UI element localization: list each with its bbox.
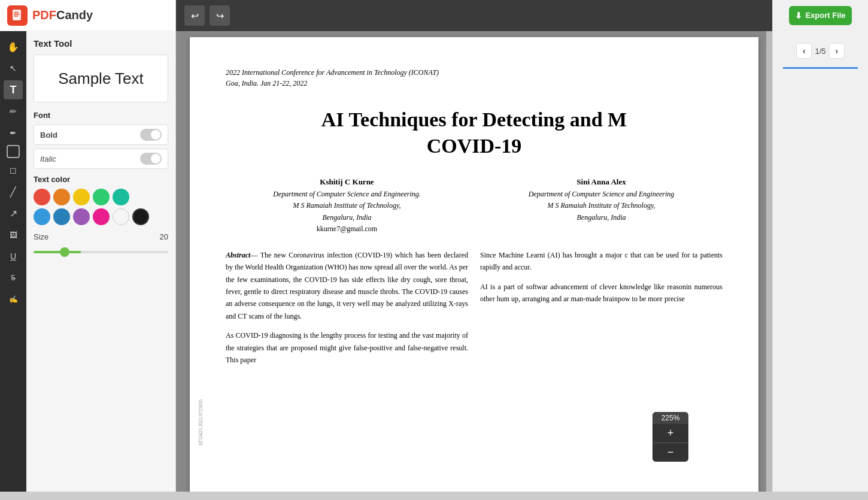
- author-1-name: Kshitij C Kurne: [226, 176, 468, 189]
- pdf-header: 2022 International Conference for Advanc…: [226, 67, 723, 89]
- undo-button[interactable]: ↩: [184, 5, 205, 26]
- top-bar: ↩ ↪: [176, 0, 772, 31]
- top-section: PDFCandy ↩ ↪ ⬇ Export File: [0, 0, 868, 31]
- side-panel: Text Tool Sample Text Font Bold Italic: [26, 31, 176, 492]
- font-section-title: Font: [34, 111, 168, 120]
- redo-button[interactable]: ↪: [210, 5, 230, 26]
- prev-page-button[interactable]: ‹: [796, 43, 812, 59]
- tool-rectangle[interactable]: [7, 145, 20, 158]
- current-page: 1: [815, 47, 819, 56]
- bold-label: Bold: [40, 131, 57, 140]
- author-1-email: kkurne7@gmail.com: [226, 223, 468, 235]
- pdf-title: AI Techniques for Detecting and MCOVID-1…: [226, 107, 723, 159]
- tool-line[interactable]: ╱: [4, 182, 23, 201]
- size-section: Size 20: [34, 232, 168, 256]
- color-white[interactable]: [113, 208, 129, 225]
- author-1-city: Bengaluru, India: [226, 212, 468, 223]
- tool-hand[interactable]: ✋: [4, 37, 23, 56]
- download-icon: ⬇: [795, 11, 802, 20]
- pdf-sidebar-text: AT53423.2022.9725835: [198, 399, 204, 446]
- color-orange[interactable]: [53, 189, 70, 205]
- tool-pencil[interactable]: ✒: [4, 123, 23, 143]
- logo-text: PDFCandy: [32, 8, 93, 22]
- logo-area: PDFCandy: [0, 0, 176, 31]
- author-2: Sini Anna Alex Department of Computer Sc…: [480, 176, 723, 235]
- tool-eraser[interactable]: ◻: [4, 160, 23, 180]
- tool-select[interactable]: ↖: [4, 59, 23, 78]
- color-spacer: [132, 189, 149, 205]
- body-section: ✋ ↖ T ✏ ✒ ◻ ╱ ↗ 🖼 U S̶ ✍ Text Tool Sampl…: [0, 31, 868, 492]
- tool-signature[interactable]: ✍: [4, 290, 23, 309]
- color-grid: [34, 189, 168, 225]
- italic-toggle[interactable]: [140, 153, 162, 165]
- text-tool-title: Text Tool: [34, 38, 168, 49]
- color-green[interactable]: [93, 189, 110, 205]
- abstract-p1: Abstract— The new Coronavirus infection …: [226, 249, 468, 322]
- preview-text: Sample Text: [58, 69, 144, 88]
- page-navigation: ‹ 1/5 ›: [796, 43, 844, 59]
- italic-label: Italic: [40, 154, 56, 163]
- italic-toggle-knob: [151, 154, 160, 163]
- pdf-icon-svg: [11, 9, 24, 22]
- size-row: Size 20: [34, 232, 168, 241]
- bold-toggle-knob: [151, 130, 160, 140]
- app: PDFCandy ↩ ↪ ⬇ Export File ✋ ↖ T ✏ ✒ ◻ ╱…: [0, 0, 868, 500]
- right-panel-header: ⬇ Export File: [772, 0, 868, 31]
- right-col-p2: AI is a part of softwar advancement of c…: [480, 281, 723, 305]
- tool-strikethrough[interactable]: S̶: [4, 268, 23, 287]
- abstract-grid: Abstract— The new Coronavirus infection …: [226, 249, 723, 374]
- svg-rect-3: [14, 16, 18, 17]
- size-slider[interactable]: [34, 251, 168, 253]
- total-pages: 5: [821, 47, 825, 56]
- export-file-button[interactable]: ⬇ Export File: [789, 6, 851, 25]
- authors-grid: Kshitij C Kurne Department of Computer S…: [226, 176, 723, 235]
- bold-toggle[interactable]: [140, 129, 162, 141]
- zoom-level: 225%: [652, 412, 688, 424]
- color-dark-blue[interactable]: [53, 208, 70, 225]
- abstract-p2: As COVID-19 diagnosing is the lengthy pr…: [226, 329, 468, 366]
- color-section: Text color: [34, 175, 168, 225]
- export-label: Export File: [805, 11, 845, 20]
- bold-toggle-row: Bold: [34, 125, 168, 145]
- color-cyan[interactable]: [113, 189, 129, 205]
- color-yellow[interactable]: [73, 189, 90, 205]
- tool-text[interactable]: T: [4, 80, 23, 99]
- abstract-left: Abstract— The new Coronavirus infection …: [226, 249, 468, 374]
- pdf-header-line1: 2022 International Conference for Advanc…: [226, 67, 723, 78]
- logo-icon: [7, 5, 28, 26]
- zoom-in-button[interactable]: +: [652, 424, 688, 443]
- color-black[interactable]: [132, 208, 149, 225]
- tool-underline[interactable]: U: [4, 247, 23, 266]
- pdf-header-line2: Goa, India. Jan 21-22, 2022: [226, 78, 723, 89]
- abstract-right: Since Machine Learni (AI) has brought a …: [480, 249, 723, 374]
- author-1-dept: Department of Computer Science and Engin…: [226, 189, 468, 200]
- size-value: 20: [160, 232, 168, 241]
- page-nav-underline: [783, 67, 858, 69]
- color-purple[interactable]: [73, 208, 90, 225]
- svg-rect-1: [14, 12, 19, 13]
- next-page-button[interactable]: ›: [829, 43, 845, 59]
- author-2-name: Sini Anna Alex: [480, 176, 723, 189]
- italic-toggle-row: Italic: [34, 149, 168, 169]
- tool-image[interactable]: 🖼: [4, 225, 23, 244]
- color-pink[interactable]: [93, 208, 110, 225]
- page-indicator: 1/5: [815, 47, 825, 56]
- author-1-institute: M S Ramaiah Institute of Technology,: [226, 200, 468, 211]
- pdf-viewer[interactable]: AT53423.2022.9725835 2022 International …: [176, 31, 772, 492]
- size-label: Size: [34, 232, 48, 241]
- vertical-scrollbar[interactable]: [766, 31, 772, 492]
- bottom-scrollbar[interactable]: [0, 492, 868, 500]
- left-toolbar: ✋ ↖ T ✏ ✒ ◻ ╱ ↗ 🖼 U S̶ ✍: [0, 31, 26, 492]
- svg-rect-0: [13, 10, 21, 20]
- color-red[interactable]: [34, 189, 50, 205]
- right-col-p1: Since Machine Learni (AI) has brought a …: [480, 249, 723, 274]
- tool-pen[interactable]: ✏: [4, 102, 23, 121]
- author-1: Kshitij C Kurne Department of Computer S…: [226, 176, 468, 235]
- right-panel: ‹ 1/5 ›: [772, 31, 868, 492]
- zoom-out-button[interactable]: −: [652, 443, 688, 462]
- color-blue[interactable]: [34, 208, 50, 225]
- author-2-dept: Department of Computer Science and Engin…: [480, 189, 723, 200]
- color-section-title: Text color: [34, 175, 168, 184]
- text-preview-box: Sample Text: [34, 54, 168, 102]
- tool-arrow[interactable]: ↗: [4, 204, 23, 223]
